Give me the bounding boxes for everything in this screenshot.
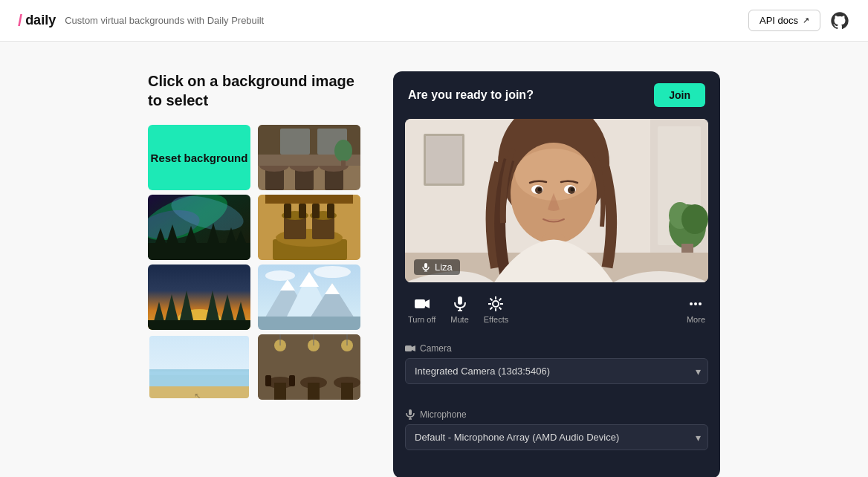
background-cafe[interactable] (258, 125, 360, 190)
camera-select-wrapper: Integrated Camera (13d3:5406) ▾ (405, 358, 708, 384)
microphone-section: Microphone Default - Microphone Array (A… (393, 398, 720, 464)
svg-rect-45 (148, 320, 250, 330)
svg-rect-68 (341, 383, 353, 400)
camera-label-text: Camera (420, 343, 452, 354)
more-icon (687, 296, 704, 312)
camera-control-button[interactable]: Turn off (401, 291, 443, 328)
svg-rect-29 (312, 217, 334, 239)
svg-rect-104 (458, 296, 462, 305)
svg-point-107 (493, 301, 499, 307)
video-preview: Liza (405, 119, 708, 282)
camera-section: Camera Integrated Camera (13d3:5406) ▾ (393, 331, 720, 398)
effects-icon (488, 296, 504, 312)
api-docs-label: API docs (760, 15, 798, 26)
camera-control-label: Turn off (408, 315, 435, 324)
svg-rect-35 (327, 204, 334, 218)
svg-rect-36 (265, 195, 353, 204)
background-forest[interactable] (148, 265, 250, 330)
join-bar: Are you ready to join? Join (393, 71, 720, 119)
microphone-control-icon (452, 296, 468, 312)
svg-rect-67 (308, 383, 320, 400)
background-beach[interactable]: ↖ (148, 334, 250, 400)
main-content: Click on a background image to select Re… (0, 42, 868, 477)
svg-rect-98 (405, 119, 708, 282)
video-camera-icon (414, 296, 430, 312)
call-controls: Turn off Mute (393, 282, 720, 331)
svg-rect-28 (284, 217, 306, 239)
logo-slash: / (18, 11, 22, 30)
forest-thumbnail (148, 265, 250, 330)
mute-button[interactable]: Mute (443, 291, 476, 328)
aurora-thumbnail (148, 195, 250, 260)
join-button[interactable]: Join (654, 83, 705, 107)
participant-name: Liza (435, 262, 453, 273)
microphone-label-text: Microphone (420, 409, 467, 420)
camera-label-icon (405, 343, 415, 354)
left-panel: Click on a background image to select Re… (148, 71, 363, 400)
svg-point-48 (314, 266, 351, 278)
svg-marker-120 (412, 345, 415, 351)
header-left: /daily Custom virtual backgrounds with D… (18, 11, 264, 30)
svg-rect-34 (312, 204, 320, 218)
svg-rect-99 (424, 263, 427, 268)
background-mountains[interactable] (258, 265, 360, 330)
background-grid: Reset background (148, 125, 363, 400)
svg-rect-9 (280, 129, 310, 155)
reset-background-label: Reset background (151, 152, 248, 164)
header-right: API docs ↗ (748, 10, 850, 31)
external-link-icon: ↗ (803, 16, 809, 25)
svg-point-117 (694, 302, 697, 305)
svg-rect-17 (148, 243, 250, 260)
video-feed (405, 119, 708, 282)
svg-rect-58 (149, 371, 250, 375)
dining-thumbnail (258, 195, 360, 260)
background-dining[interactable] (258, 195, 360, 260)
svg-point-118 (699, 302, 702, 305)
svg-line-113 (499, 308, 502, 310)
logo-text: daily (25, 13, 56, 28)
panel-title: Click on a background image to select (148, 71, 363, 110)
svg-rect-102 (415, 299, 425, 308)
svg-rect-32 (284, 204, 291, 218)
camera-select[interactable]: Integrated Camera (13d3:5406) (405, 358, 708, 384)
microphone-label: Microphone (405, 409, 708, 420)
svg-line-114 (499, 299, 502, 301)
microphone-select-wrapper: Default - Microphone Array (AMD Audio De… (405, 424, 708, 450)
more-button[interactable]: More (679, 291, 713, 328)
microphone-icon (421, 263, 430, 272)
header: /daily Custom virtual backgrounds with D… (0, 0, 868, 42)
video-call-panel: Are you ready to join? Join (393, 71, 720, 477)
microphone-label-icon (405, 409, 415, 420)
svg-rect-121 (409, 409, 412, 415)
svg-point-116 (690, 302, 693, 305)
svg-rect-69 (265, 375, 271, 386)
camera-label: Camera (405, 343, 708, 354)
effects-label: Effects (484, 315, 508, 324)
microphone-select[interactable]: Default - Microphone Array (AMD Audio De… (405, 424, 708, 450)
svg-text:↖: ↖ (194, 391, 201, 400)
svg-point-47 (265, 270, 295, 281)
mute-label: Mute (450, 315, 468, 324)
header-subtitle: Custom virtual backgrounds with Daily Pr… (65, 15, 264, 26)
participant-name-tag: Liza (414, 259, 460, 275)
svg-rect-33 (299, 204, 306, 218)
svg-rect-119 (405, 345, 412, 351)
beach-thumbnail: ↖ (149, 336, 250, 400)
svg-rect-66 (274, 383, 286, 400)
svg-line-115 (490, 308, 493, 310)
svg-marker-103 (425, 299, 430, 308)
logo: /daily (18, 11, 56, 30)
github-icon[interactable] (829, 10, 850, 31)
svg-rect-55 (258, 317, 360, 330)
cafe-thumbnail (258, 125, 360, 190)
mountains-thumbnail (258, 265, 360, 330)
svg-rect-70 (289, 375, 295, 386)
effects-button[interactable]: Effects (476, 291, 516, 328)
restaurant-thumbnail (258, 334, 360, 400)
background-restaurant[interactable] (258, 334, 360, 400)
join-text: Are you ready to join? (408, 88, 534, 102)
svg-rect-12 (341, 160, 346, 169)
background-aurora[interactable] (148, 195, 250, 260)
reset-background-button[interactable]: Reset background (148, 125, 250, 190)
api-docs-button[interactable]: API docs ↗ (748, 10, 820, 31)
